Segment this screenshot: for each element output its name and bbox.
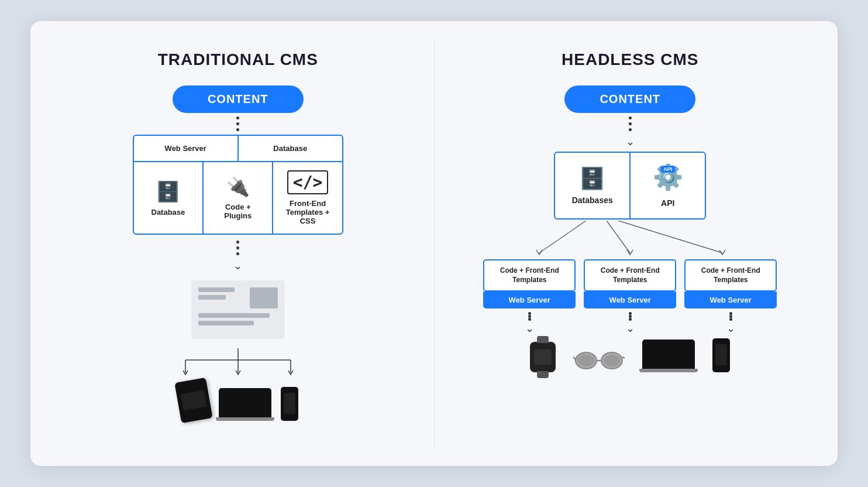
tablet-icon	[174, 378, 212, 423]
ws-box-1-bottom: Web Server	[483, 291, 576, 308]
mock-lines	[198, 287, 244, 300]
dot	[629, 128, 632, 131]
ws-col1-bottom-label: Web Server	[509, 296, 550, 304]
branch-arrows-svg	[156, 348, 320, 378]
dot	[236, 128, 239, 131]
sub-arrow-1: ⌄	[483, 312, 576, 335]
arrow-down: ⌄	[626, 322, 635, 335]
mock-top	[198, 287, 278, 308]
databases-icon: 🗄️	[579, 166, 605, 191]
watch-face	[534, 349, 552, 365]
ws-col1-top-label: Code + Front-End Templates	[500, 266, 559, 284]
glasses-icon	[573, 347, 625, 372]
dot	[236, 252, 239, 255]
dot	[236, 246, 239, 249]
api-badge: API	[660, 166, 675, 173]
mock-line	[198, 295, 226, 300]
frontend-cell: </> Front-End Templates + CSS	[273, 162, 342, 234]
mock-line	[198, 313, 270, 318]
ws-box-3-bottom: Web Server	[684, 291, 777, 308]
webpage-mockup	[191, 280, 285, 339]
database-top-label: Database	[273, 144, 307, 153]
mock-line	[198, 321, 254, 325]
watch-icon	[530, 342, 556, 372]
api-gear-icon: ⚙️ API	[653, 163, 683, 194]
web-server-cell: Web Server	[134, 136, 239, 161]
dot	[629, 122, 632, 125]
phone-device	[281, 387, 298, 421]
svg-line-8	[618, 221, 722, 253]
webserver-col-3: Code + Front-End Templates Web Server	[684, 259, 777, 308]
trad-top-row: Web Server Database	[134, 136, 342, 162]
laptop-base	[216, 417, 274, 421]
headless-dotted-line-1: ⌄	[626, 116, 635, 148]
tablet-device	[178, 380, 209, 421]
db-cell: 🗄️ Database	[134, 162, 204, 234]
dot	[236, 116, 239, 119]
fan-arrows-svg	[484, 221, 776, 262]
dot	[236, 241, 239, 244]
phone-icon	[281, 387, 298, 421]
ws-box-3-top: Code + Front-End Templates	[684, 259, 777, 291]
ws-box-2-bottom: Web Server	[584, 291, 676, 308]
svg-point-12	[604, 355, 620, 366]
svg-point-11	[578, 355, 594, 366]
ws-box-1-top: Code + Front-End Templates	[483, 259, 576, 291]
headless-phone-device	[712, 338, 730, 372]
svg-line-15	[622, 357, 625, 358]
databases-label: Databases	[572, 196, 613, 205]
dot	[236, 122, 239, 125]
api-label: API	[661, 198, 674, 208]
laptop-screen	[219, 388, 271, 417]
watch-device	[530, 342, 556, 372]
ws-col2-top-label: Code + Front-End Templates	[601, 266, 660, 284]
headless-phone-screen	[715, 344, 727, 365]
arrow-down: ⌄	[626, 135, 635, 148]
web-server-label: Web Server	[165, 144, 206, 153]
headless-phone-icon	[712, 338, 730, 372]
laptop-icon	[219, 388, 271, 421]
api-cell: ⚙️ API API	[631, 153, 705, 218]
headless-laptop-icon	[642, 339, 695, 372]
dot	[629, 318, 632, 321]
trad-cms-box: Web Server Database 🗄️ Database 🔌 Code +…	[133, 135, 343, 235]
headless-content-pill: CONTENT	[564, 85, 695, 113]
code-icon: </>	[287, 170, 329, 194]
dot	[528, 318, 531, 321]
traditional-content-pill: CONTENT	[173, 85, 304, 113]
tablet-screen	[181, 390, 206, 411]
svg-line-14	[573, 357, 576, 359]
headless-db-api-box: 🗄️ Databases ⚙️ API API	[554, 152, 706, 220]
ws-col3-top-label: Code + Front-End Templates	[701, 266, 760, 284]
mock-image	[250, 287, 278, 308]
mock-line	[198, 287, 235, 292]
traditional-cms-panel: TRADITIONAL CMS CONTENT Web Server Datab…	[42, 39, 435, 448]
dot	[629, 116, 632, 119]
trad-dotted-line-1	[236, 116, 239, 131]
three-dotted-arrows: ⌄ ⌄ ⌄	[483, 312, 777, 335]
headless-cms-title: HEADLESS CMS	[562, 50, 698, 69]
svg-line-7	[607, 221, 630, 253]
ws-col2-bottom-label: Web Server	[609, 296, 651, 304]
traditional-cms-title: TRADITIONAL CMS	[158, 50, 318, 69]
plugin-cell: 🔌 Code + Plugins	[204, 162, 273, 234]
main-card: TRADITIONAL CMS CONTENT Web Server Datab…	[30, 21, 838, 466]
trad-bottom-row: 🗄️ Database 🔌 Code + Plugins </> Front-E…	[134, 162, 342, 234]
plugin-label: Code + Plugins	[214, 203, 261, 220]
headless-laptop-base	[639, 369, 698, 372]
sub-arrow-3: ⌄	[684, 312, 777, 335]
plugin-icon: 🔌	[226, 176, 250, 198]
ws-box-2-top: Code + Front-End Templates	[584, 259, 676, 291]
sub-arrow-2: ⌄	[584, 312, 676, 335]
headless-cms-panel: HEADLESS CMS CONTENT ⌄ 🗄️ Databases ⚙️ A…	[435, 39, 826, 448]
headless-laptop-device	[642, 339, 695, 372]
databases-cell: 🗄️ Databases	[555, 153, 631, 218]
glasses-device	[573, 347, 625, 372]
trad-devices-row	[156, 380, 320, 421]
arrow-down: ⌄	[233, 259, 242, 272]
laptop-device	[219, 388, 271, 421]
webserver-col-2: Code + Front-End Templates Web Server	[584, 259, 676, 308]
ws-col3-bottom-label: Web Server	[710, 296, 752, 304]
dot	[729, 318, 732, 321]
phone-screen	[284, 393, 295, 414]
